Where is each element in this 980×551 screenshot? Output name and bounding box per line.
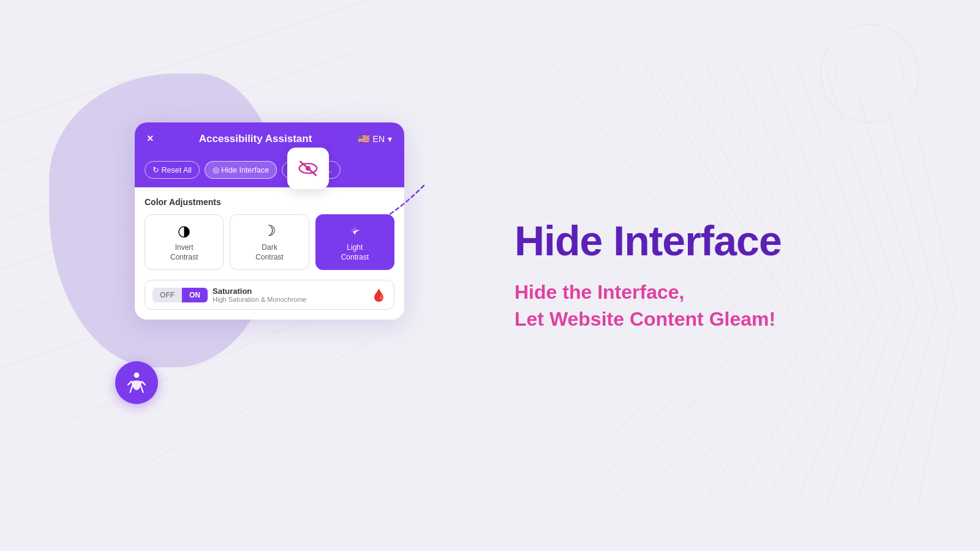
toggle-group: OFF ON — [153, 288, 208, 302]
hide-interface-container: ◎ Hide Interface — [205, 161, 277, 179]
svg-marker-13 — [349, 223, 361, 233]
invert-contrast-icon: ◑ — [178, 222, 190, 239]
accessibility-person-icon — [124, 370, 149, 395]
dark-contrast-card[interactable]: ☽ DarkContrast — [230, 214, 309, 270]
page-content: × Accessibility Assistant 🇺🇸 EN ▾ ↻ Rese… — [0, 0, 980, 551]
arrow-indicator — [326, 167, 448, 241]
right-text-area: Hide Interface Hide the Interface, Let W… — [478, 218, 931, 333]
accessibility-widget-panel: × Accessibility Assistant 🇺🇸 EN ▾ ↻ Rese… — [135, 122, 404, 320]
eye-slash-icon — [296, 157, 320, 180]
toggle-off-button[interactable]: OFF — [153, 288, 182, 302]
accessibility-fab-button[interactable] — [115, 361, 158, 404]
hero-subtitle: Hide the Interface, Let Website Content … — [514, 279, 931, 334]
toggle-on-button[interactable]: ON — [182, 288, 208, 302]
invert-contrast-card[interactable]: ◑ InvertContrast — [145, 214, 224, 270]
widget-header: × Accessibility Assistant 🇺🇸 EN ▾ — [135, 122, 404, 155]
flag-icon: 🇺🇸 — [358, 133, 370, 144]
dark-contrast-icon: ☽ — [263, 222, 276, 239]
saturation-info: Saturation High Saturation & Monochrome — [213, 287, 366, 303]
widget-title: Accessibility Assistant — [199, 133, 312, 145]
dark-contrast-label: DarkContrast — [255, 243, 283, 262]
saturation-row: OFF ON Saturation High Saturation & Mono… — [145, 280, 394, 310]
left-area: × Accessibility Assistant 🇺🇸 EN ▾ ↻ Rese… — [49, 0, 478, 551]
svg-point-14 — [134, 372, 140, 378]
language-selector[interactable]: 🇺🇸 EN ▾ — [358, 133, 392, 144]
hide-interface-button[interactable]: ◎ Hide Interface — [205, 161, 277, 179]
close-button[interactable]: × — [147, 132, 154, 145]
subtitle-line-1: Hide the Interface, — [514, 281, 684, 303]
invert-contrast-label: InvertContrast — [170, 243, 198, 262]
saturation-icon: 🩸 — [371, 288, 386, 302]
subtitle-line-2: Let Website Content Gleam! — [514, 308, 775, 330]
saturation-subtitle: High Saturation & Monochrome — [213, 296, 366, 303]
widget-toolbar: ↻ Reset All ◎ Hide Interface — [135, 155, 404, 187]
reset-all-button[interactable]: ↻ Reset All — [145, 161, 200, 179]
light-contrast-label: LightContrast — [341, 243, 369, 262]
lang-label: EN — [373, 134, 385, 144]
hero-title: Hide Interface — [514, 218, 931, 264]
eye-slash-popup — [287, 148, 329, 189]
saturation-title: Saturation — [213, 287, 366, 296]
chevron-down-icon: ▾ — [388, 134, 392, 144]
